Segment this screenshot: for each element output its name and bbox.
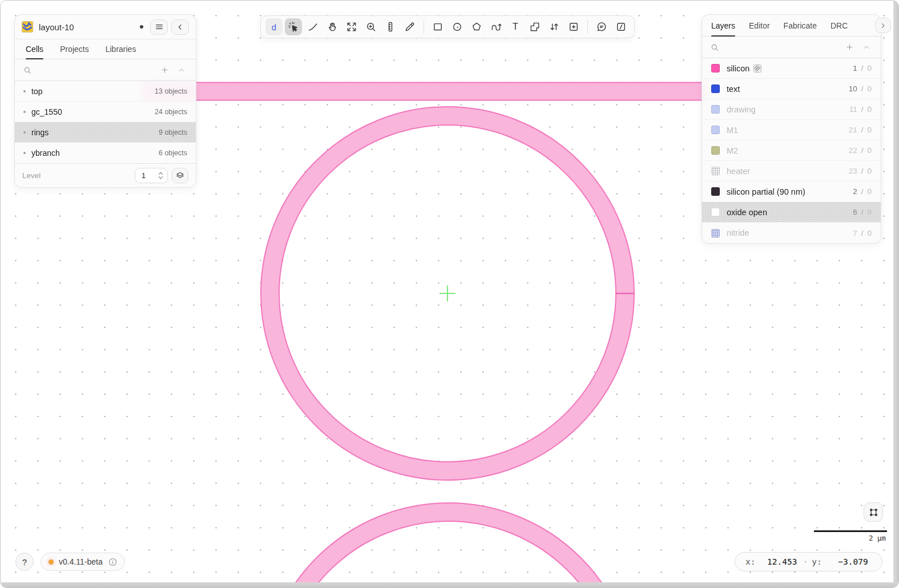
layers-search-input[interactable] — [724, 42, 838, 53]
layer-color-swatch[interactable] — [711, 126, 720, 134]
layer-row[interactable]: silicon 1 / 0 — [702, 58, 881, 79]
tool-pencil[interactable] — [401, 18, 418, 35]
tool-smart-select[interactable] — [285, 18, 302, 35]
swap-vertical-icon — [549, 21, 560, 33]
tab-fabricate[interactable]: Fabricate — [784, 15, 817, 36]
cell-row[interactable]: rings 9 objects — [15, 122, 196, 143]
search-icon — [23, 66, 32, 75]
tool-swap-vertical[interactable] — [546, 18, 563, 35]
expand-arrows-icon — [346, 21, 357, 33]
tool-comment[interactable] — [593, 18, 610, 35]
layer-shape-count: 7 / 0 — [848, 229, 872, 237]
tool-draft-mode[interactable]: d — [265, 18, 283, 35]
layer-row[interactable]: nitride 7 / 0 — [702, 223, 881, 243]
waveguide-bus-shape[interactable] — [143, 83, 705, 100]
tool-path[interactable] — [487, 18, 505, 35]
chevron-up-icon — [178, 66, 186, 74]
layer-color-swatch[interactable] — [711, 84, 720, 93]
plus-box-icon — [568, 21, 579, 33]
tool-ruler[interactable] — [382, 18, 399, 35]
level-value: 1 — [142, 171, 158, 180]
tab-projects[interactable]: Projects — [60, 39, 89, 59]
circle-icon — [451, 21, 463, 33]
tool-circle[interactable] — [449, 18, 466, 35]
tool-fit-view[interactable] — [343, 18, 360, 35]
layer-row[interactable]: silicon partial (90 nm) 2 / 0 — [702, 182, 881, 202]
tab-drc[interactable]: DRC — [831, 15, 848, 36]
ring-resonator-2-shape[interactable] — [262, 503, 635, 588]
tool-text[interactable]: T — [507, 18, 524, 35]
tab-libraries[interactable]: Libraries — [106, 39, 136, 59]
tool-boolean[interactable] — [526, 18, 543, 35]
tab-layers[interactable]: Layers — [711, 15, 735, 36]
cells-search-input[interactable] — [37, 65, 154, 75]
level-stepper[interactable]: 1 — [135, 168, 168, 183]
app-window: layout-10 Cells Projects Libraries — [0, 0, 899, 588]
info-icon[interactable] — [108, 557, 118, 567]
curve-icon — [307, 21, 319, 33]
version-label: v0.4.11-beta — [59, 557, 103, 566]
layer-color-swatch[interactable] — [711, 64, 720, 73]
rectangle-icon — [432, 21, 444, 33]
layer-name: heater — [727, 167, 750, 176]
tool-polygon[interactable] — [468, 18, 485, 35]
layer-shape-count: 10 / 0 — [848, 84, 872, 93]
layer-color-swatch[interactable] — [711, 146, 720, 155]
drawing-toolbar: d — [260, 15, 635, 38]
layer-color-swatch[interactable] — [711, 229, 720, 237]
tool-insert-cell[interactable] — [565, 18, 582, 35]
layer-row[interactable]: drawing 11 / 0 — [702, 99, 881, 120]
cell-row[interactable]: top 13 objects — [15, 81, 196, 102]
y-label: y: — [812, 557, 821, 566]
layer-row[interactable]: oxide open 6 / 0 — [702, 202, 881, 223]
boolean-shapes-icon — [529, 21, 541, 33]
layer-shape-count: 2 / 0 — [848, 187, 872, 196]
tab-editor[interactable]: Editor — [749, 15, 770, 36]
layer-row[interactable]: M1 21 / 0 — [702, 120, 881, 140]
plus-icon — [845, 43, 854, 51]
help-button[interactable]: ? — [15, 553, 34, 571]
cell-row[interactable]: ybranch 6 objects — [15, 143, 196, 163]
pentagon-icon — [471, 21, 482, 33]
tool-shortcuts[interactable] — [612, 18, 630, 35]
tool-zoom-in[interactable] — [362, 18, 380, 35]
text-tool-glyph: T — [513, 22, 518, 32]
cells-panel-header: layout-10 — [15, 15, 196, 39]
cell-name: gc_1550 — [31, 107, 62, 116]
expand-tabs-button[interactable] — [875, 18, 891, 33]
layer-shape-count: 23 / 0 — [848, 167, 872, 175]
chevron-right-icon — [879, 22, 887, 30]
version-badge[interactable]: v0.4.11-beta — [41, 553, 125, 571]
layer-name: oxide open — [727, 208, 767, 217]
layer-color-swatch[interactable] — [711, 208, 720, 216]
document-title: layout-10 — [39, 22, 74, 32]
toolbar-separator — [587, 20, 588, 34]
cell-object-count: 9 objects — [159, 128, 187, 136]
layer-color-swatch[interactable] — [711, 187, 720, 196]
vertical-scrollbar[interactable] — [893, 1, 898, 587]
layer-color-swatch[interactable] — [711, 105, 720, 114]
add-cell-button[interactable] — [158, 64, 171, 76]
collapse-layers-list-button[interactable] — [860, 41, 873, 54]
layers-panel-tabs: Layers Editor Fabricate DRC — [702, 15, 881, 37]
toolbar-separator — [424, 20, 424, 34]
collapse-cells-list-button[interactable] — [175, 64, 188, 76]
tab-cells[interactable]: Cells — [26, 39, 43, 59]
tool-rectangle[interactable] — [429, 18, 446, 35]
slash-box-icon — [615, 21, 627, 33]
status-dot — [49, 559, 54, 565]
layer-row[interactable]: heater 23 / 0 — [702, 161, 881, 182]
hierarchy-levels-button[interactable] — [172, 168, 188, 183]
horizontal-scrollbar[interactable] — [1, 582, 898, 587]
layer-row[interactable]: text 10 / 0 — [702, 79, 881, 99]
layer-row[interactable]: M2 22 / 0 — [702, 140, 881, 161]
layer-name: drawing — [727, 105, 756, 114]
tool-pan[interactable] — [324, 18, 341, 35]
add-layer-button[interactable] — [843, 41, 856, 54]
cell-row[interactable]: gc_1550 24 objects — [15, 102, 196, 122]
collapse-panel-button[interactable] — [171, 19, 189, 35]
panel-menu-button[interactable] — [150, 19, 168, 35]
layer-color-swatch[interactable] — [711, 167, 720, 175]
fit-selection-button[interactable] — [864, 502, 883, 522]
tool-curve[interactable] — [304, 18, 321, 35]
